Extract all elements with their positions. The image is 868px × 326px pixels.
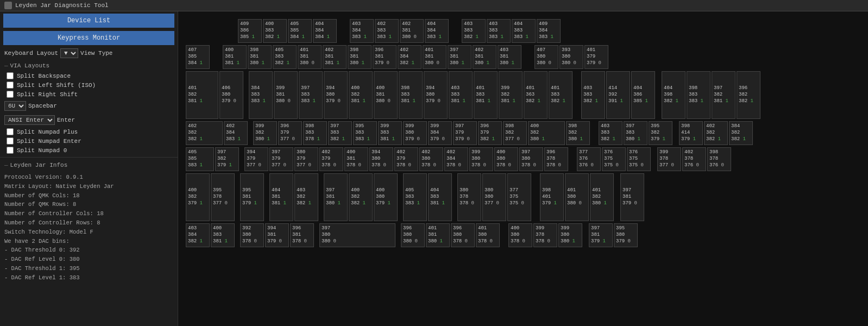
key-h[interactable]: 395383383 1 bbox=[353, 121, 377, 145]
key-fn-left[interactable]: 404381381 1 bbox=[269, 173, 293, 221]
key-5[interactable]: 402381381 1 bbox=[323, 45, 347, 69]
key-0[interactable]: 397381380 1 bbox=[448, 45, 471, 69]
key-p[interactable]: 403383381 1 bbox=[449, 71, 473, 119]
key-space1[interactable]: 397381380 1 bbox=[324, 173, 348, 221]
key-l[interactable]: 399384379 0 bbox=[428, 121, 452, 145]
keyboard-layout-dropdown[interactable]: ▼ bbox=[60, 48, 78, 58]
key-b4[interactable]: 394381379 0 bbox=[265, 223, 289, 247]
key-bksp2[interactable]: 393380380 0 bbox=[559, 45, 583, 69]
key-semi[interactable]: 397379379 0 bbox=[453, 121, 477, 145]
key-b14[interactable]: 397381379 1 bbox=[589, 223, 613, 247]
key-fn4[interactable]: 404384384 1 bbox=[313, 19, 337, 43]
key-3[interactable]: 405383382 1 bbox=[273, 45, 297, 69]
key-fn12[interactable]: 409384383 1 bbox=[537, 19, 561, 43]
key-num16[interactable]: 398378376 0 bbox=[707, 147, 731, 171]
key-rbracket[interactable]: 399382381 1 bbox=[499, 71, 523, 119]
key-quote[interactable]: 396379382 1 bbox=[478, 121, 502, 145]
key-fn-right2[interactable]: 404383381 1 bbox=[428, 173, 452, 221]
key-lctrl[interactable]: 400382379 1 bbox=[186, 173, 210, 221]
key-b12[interactable]: 399378378 0 bbox=[533, 223, 557, 247]
key-del1[interactable]: 401383382 1 bbox=[549, 71, 573, 119]
key-slash[interactable]: 402384378 0 bbox=[444, 147, 468, 171]
key-numenter[interactable]: 397381379 0 bbox=[620, 173, 644, 221]
key-8[interactable]: 402384382 1 bbox=[398, 45, 422, 69]
key-u[interactable]: 400381380 0 bbox=[374, 71, 398, 119]
key-i[interactable]: 398383381 1 bbox=[399, 71, 423, 119]
key-fn6[interactable]: 402383383 1 bbox=[375, 19, 399, 43]
key-fn-right5[interactable]: 377375375 0 bbox=[507, 173, 531, 221]
key-fn3[interactable]: 405385384 1 bbox=[288, 19, 312, 43]
key-equal[interactable]: 403381380 1 bbox=[498, 45, 521, 69]
key-num12[interactable]: 402382382 1 bbox=[704, 121, 728, 145]
key-1[interactable]: 400381381 1 bbox=[223, 45, 247, 69]
key-num5[interactable]: 398383383 1 bbox=[687, 71, 710, 119]
split-left-shift-checkbox[interactable] bbox=[7, 82, 14, 89]
key-b15[interactable]: 395380379 0 bbox=[614, 223, 638, 247]
key-9[interactable]: 401381380 0 bbox=[423, 45, 446, 69]
key-b7[interactable]: 396380380 0 bbox=[401, 223, 425, 247]
keypress-monitor-button[interactable]: Keypress Monitor bbox=[3, 31, 174, 45]
key-bksp3[interactable]: 401379379 0 bbox=[584, 45, 608, 69]
key-v[interactable]: 380379377 0 bbox=[294, 147, 318, 171]
key-o[interactable]: 394380379 0 bbox=[424, 71, 448, 119]
key-b3[interactable]: 392380378 0 bbox=[240, 223, 264, 247]
key-j[interactable]: 399383381 1 bbox=[378, 121, 402, 145]
key-tab[interactable]: 401382381 1 bbox=[186, 71, 218, 119]
key-b13[interactable]: 399380380 1 bbox=[558, 223, 582, 247]
key-b9[interactable]: 396380378 0 bbox=[451, 223, 475, 247]
key-d[interactable]: 396379377 0 bbox=[278, 121, 302, 145]
enter-dropdown[interactable]: ANSI Enter bbox=[4, 115, 55, 125]
key-nav2[interactable]: 376375375 0 bbox=[602, 147, 626, 171]
key-nav5[interactable]: 401380380 0 bbox=[565, 173, 589, 221]
key-q[interactable]: 406380379 0 bbox=[219, 71, 243, 119]
key-num6[interactable]: 397382381 1 bbox=[712, 71, 735, 119]
key-lbracket[interactable]: 401383381 1 bbox=[474, 71, 498, 119]
key-minus[interactable]: 402381380 1 bbox=[473, 45, 496, 69]
key-fn8[interactable]: 404384383 1 bbox=[425, 19, 449, 43]
key-fn5[interactable]: 403384383 1 bbox=[350, 19, 374, 43]
key-fn1[interactable]: 409386385 1 bbox=[238, 19, 262, 43]
key-b1[interactable]: 403384382 1 bbox=[186, 223, 210, 247]
key-num4[interactable]: 404398382 1 bbox=[662, 71, 685, 119]
key-fn-mid[interactable]: 403382382 1 bbox=[294, 173, 318, 221]
key-del2[interactable]: 398382380 1 bbox=[566, 121, 590, 145]
key-y[interactable]: 400382381 1 bbox=[349, 71, 373, 119]
key-nav3[interactable]: 376375375 0 bbox=[627, 147, 651, 171]
key-b[interactable]: 402379378 0 bbox=[319, 147, 343, 171]
key-bksp1[interactable]: 407380380 0 bbox=[534, 45, 558, 69]
key-space3[interactable]: 400380379 1 bbox=[374, 173, 398, 221]
key-rshift4[interactable]: 396378378 0 bbox=[544, 147, 568, 171]
key-nav6[interactable]: 401382380 1 bbox=[590, 173, 614, 221]
key-lshift[interactable]: 405385383 1 bbox=[186, 147, 214, 171]
key-space2[interactable]: 400382382 1 bbox=[349, 173, 373, 221]
key-m[interactable]: 394380378 0 bbox=[369, 147, 393, 171]
key-r[interactable]: 397383383 1 bbox=[299, 71, 323, 119]
key-fn10[interactable]: 403383383 1 bbox=[487, 19, 511, 43]
key-b5[interactable]: 396381378 0 bbox=[290, 223, 314, 247]
key-fn7[interactable]: 402381380 0 bbox=[400, 19, 424, 43]
key-hash[interactable]: 398382377 0 bbox=[503, 121, 527, 145]
key-num11[interactable]: 398414379 1 bbox=[679, 121, 703, 145]
key-dot[interactable]: 402380378 0 bbox=[419, 147, 443, 171]
key-2[interactable]: 398381380 1 bbox=[248, 45, 272, 69]
key-4[interactable]: 401381380 0 bbox=[298, 45, 322, 69]
key-rshift1[interactable]: 399380378 0 bbox=[469, 147, 493, 171]
key-num8[interactable]: 403383382 1 bbox=[599, 121, 622, 145]
spacebar-dropdown[interactable]: 6U bbox=[4, 101, 26, 111]
key-w[interactable]: 384383383 1 bbox=[249, 71, 273, 119]
key-nav4[interactable]: 398401379 1 bbox=[540, 173, 564, 221]
key-f[interactable]: 398383378 1 bbox=[303, 121, 327, 145]
key-num3[interactable]: 404386385 1 bbox=[631, 71, 655, 119]
key-7[interactable]: 396381379 0 bbox=[373, 45, 397, 69]
key-rshift3[interactable]: 397380378 0 bbox=[519, 147, 543, 171]
key-num7[interactable]: 396382382 1 bbox=[737, 71, 760, 119]
key-rshift2[interactable]: 400380378 0 bbox=[494, 147, 518, 171]
split-numpad-plus-checkbox[interactable] bbox=[7, 128, 14, 135]
key-e[interactable]: 399381380 0 bbox=[274, 71, 298, 119]
key-fn11[interactable]: 404383383 1 bbox=[512, 19, 536, 43]
key-fn9[interactable]: 403383382 1 bbox=[462, 19, 486, 43]
key-esc[interactable]: 407385384 1 bbox=[186, 45, 210, 69]
key-g[interactable]: 397383382 1 bbox=[328, 121, 352, 145]
key-fn-right1[interactable]: 405383383 1 bbox=[403, 173, 427, 221]
key-lgui[interactable]: 395378377 0 bbox=[211, 173, 235, 221]
